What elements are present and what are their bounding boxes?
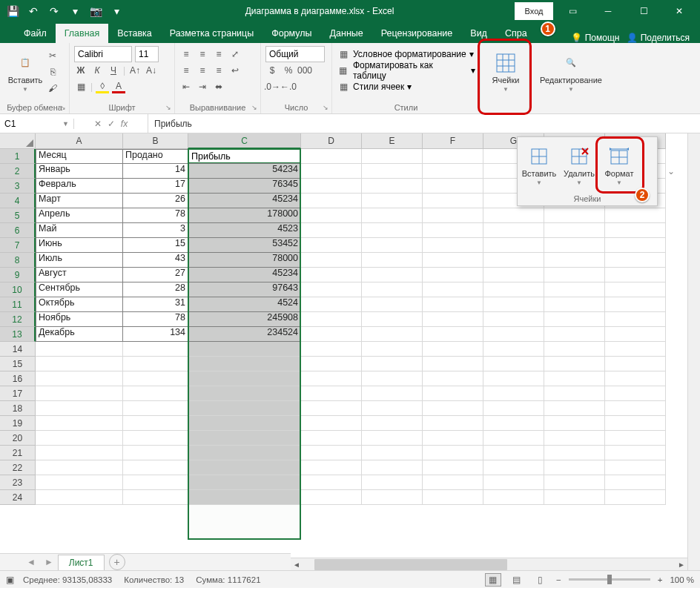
cell[interactable]	[605, 282, 666, 297]
merge-icon[interactable]: ⬌	[212, 80, 225, 93]
cell[interactable]	[36, 431, 123, 446]
cell[interactable]	[423, 194, 483, 208]
cell[interactable]	[423, 490, 483, 505]
cell[interactable]	[362, 401, 423, 416]
zoom-level[interactable]: 100 %	[670, 575, 694, 584]
cell[interactable]	[301, 475, 362, 490]
cell[interactable]	[605, 268, 666, 282]
format-cells-button[interactable]: Формат ▼ 2	[599, 142, 639, 189]
cell[interactable]	[605, 208, 666, 223]
cell[interactable]	[544, 475, 605, 490]
chevron-down-icon[interactable]: ⌄	[667, 166, 675, 176]
cell[interactable]	[362, 282, 423, 297]
cell[interactable]	[188, 490, 301, 505]
cell[interactable]	[605, 416, 666, 431]
cell[interactable]: 4523	[188, 223, 301, 238]
cell[interactable]: 14	[123, 164, 188, 179]
cell[interactable]	[605, 327, 666, 342]
cell[interactable]	[123, 490, 188, 505]
row-header[interactable]: 10	[0, 282, 36, 297]
cell[interactable]	[423, 208, 483, 223]
cell[interactable]	[36, 401, 123, 416]
accounting-icon[interactable]: $	[265, 64, 279, 77]
cell[interactable]	[483, 253, 544, 268]
cell[interactable]	[123, 357, 188, 371]
row-header[interactable]: 14	[0, 342, 36, 357]
row-header[interactable]: 18	[0, 401, 36, 416]
cell[interactable]	[362, 268, 423, 282]
dialog-launcher-icon[interactable]: ↘	[60, 104, 67, 111]
cell[interactable]: 4524	[188, 297, 301, 312]
cell[interactable]	[483, 475, 544, 490]
cell[interactable]	[605, 253, 666, 268]
cell[interactable]	[544, 416, 605, 431]
cell[interactable]: Март	[36, 194, 123, 208]
cell[interactable]	[362, 238, 423, 253]
fill-color-icon[interactable]: ◊	[96, 80, 109, 93]
cell[interactable]: 3	[123, 223, 188, 238]
cell[interactable]	[544, 327, 605, 342]
paste-button[interactable]: 📋 Вставить ▼	[4, 46, 46, 98]
cell-styles-button[interactable]: ▦Стили ячеек ▾	[337, 79, 475, 95]
cell[interactable]	[362, 149, 423, 164]
cell[interactable]	[362, 312, 423, 327]
cell[interactable]	[483, 416, 544, 431]
cell[interactable]	[36, 460, 123, 475]
cell[interactable]	[483, 460, 544, 475]
cell[interactable]	[362, 342, 423, 357]
cell[interactable]	[362, 253, 423, 268]
cell[interactable]	[605, 386, 666, 401]
cell[interactable]: 26	[123, 194, 188, 208]
cell[interactable]: Месяц	[36, 149, 123, 164]
cell[interactable]	[123, 446, 188, 460]
cell[interactable]: 78	[123, 312, 188, 327]
cell[interactable]	[423, 460, 483, 475]
cell[interactable]	[301, 312, 362, 327]
cell[interactable]	[483, 223, 544, 238]
align-middle-icon[interactable]: ≡	[196, 47, 209, 61]
wrap-text-icon[interactable]: ↩	[228, 64, 242, 77]
cell[interactable]	[423, 268, 483, 282]
cell[interactable]	[123, 386, 188, 401]
cell[interactable]	[423, 446, 483, 460]
row-header[interactable]: 19	[0, 416, 36, 431]
cell[interactable]	[362, 490, 423, 505]
cell[interactable]	[423, 164, 483, 179]
tab-help[interactable]: Спра 1	[496, 24, 536, 43]
cell[interactable]	[483, 282, 544, 297]
cell[interactable]	[605, 357, 666, 371]
row-header[interactable]: 21	[0, 446, 36, 460]
cell[interactable]	[123, 342, 188, 357]
cell[interactable]	[483, 490, 544, 505]
cell[interactable]	[423, 238, 483, 253]
tell-me[interactable]: 💡 Помощн	[571, 33, 619, 43]
cell[interactable]: 45234	[188, 194, 301, 208]
align-right-icon[interactable]: ≡	[212, 64, 225, 77]
cell[interactable]: 27	[123, 268, 188, 282]
cell[interactable]: Декабрь	[36, 327, 123, 342]
fx-icon[interactable]: fx	[121, 119, 128, 129]
cell[interactable]	[301, 357, 362, 371]
cell[interactable]	[362, 371, 423, 386]
enter-icon[interactable]: ✓	[108, 119, 115, 129]
decrease-font-icon[interactable]: A↓	[145, 64, 158, 77]
font-color-icon[interactable]: A	[112, 80, 125, 93]
cell[interactable]	[605, 371, 666, 386]
row-header[interactable]: 7	[0, 238, 36, 253]
cell[interactable]	[301, 208, 362, 223]
cell[interactable]: 76345	[188, 179, 301, 194]
row-header[interactable]: 13	[0, 327, 36, 342]
cell[interactable]	[544, 386, 605, 401]
column-header[interactable]: C	[188, 133, 301, 149]
increase-font-icon[interactable]: A↑	[128, 64, 142, 77]
sign-in-button[interactable]: Вход	[515, 2, 553, 20]
cell[interactable]	[123, 401, 188, 416]
cell[interactable]	[544, 446, 605, 460]
cell[interactable]	[483, 386, 544, 401]
tab-formulas[interactable]: Формулы	[262, 24, 320, 43]
record-macro-icon[interactable]: ▣	[6, 575, 14, 585]
format-painter-icon[interactable]: 🖌	[46, 82, 59, 95]
cell[interactable]	[301, 446, 362, 460]
increase-indent-icon[interactable]: ⇥	[196, 80, 209, 93]
cell[interactable]	[605, 223, 666, 238]
